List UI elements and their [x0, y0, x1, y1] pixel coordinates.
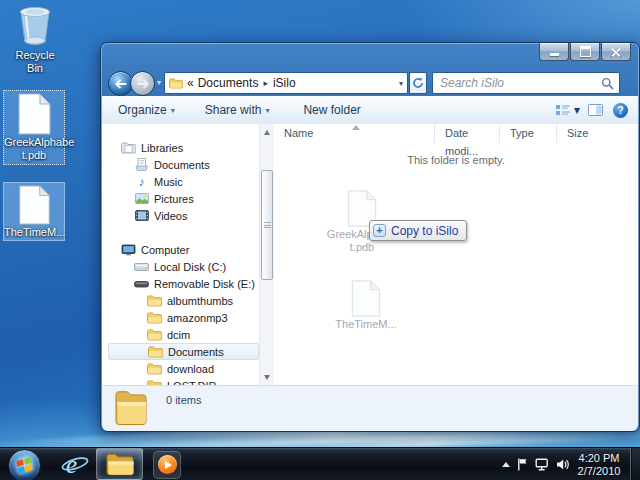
desktop: Recycle Bin GreekAlphabe t.pdb TheTimeM.… — [0, 0, 640, 480]
drag-drop-tooltip: Copy to iSilo — [369, 220, 467, 241]
column-headers: Name Date modi... Type Size — [274, 124, 638, 143]
minimize-icon — [550, 53, 559, 56]
sidebar-item-albumthumbs[interactable]: albumthumbs — [108, 292, 259, 309]
sidebar-item-label: Computer — [141, 244, 189, 256]
column-header-type[interactable]: Type — [499, 124, 556, 143]
sidebar-scrollbar[interactable] — [259, 124, 274, 385]
folder-icon — [147, 312, 162, 324]
sidebar-item-videos[interactable]: Videos — [108, 207, 259, 224]
play-icon — [165, 461, 172, 469]
desktop-icon-file-greekalphabet[interactable]: GreekAlphabe t.pdb — [3, 90, 65, 165]
documents-library-icon — [134, 158, 149, 171]
document-file-icon — [351, 280, 381, 317]
sidebar-item-documents-library[interactable]: Documents — [108, 156, 259, 173]
sidebar-item-removable-disk-e[interactable]: Removable Disk (E:) — [108, 275, 259, 292]
copy-plus-icon — [373, 224, 386, 237]
drag-ghost-item-thetimem: TheTimeM... — [316, 280, 416, 331]
maximize-button[interactable] — [570, 43, 600, 61]
taskbar-media-player-button[interactable] — [150, 448, 184, 480]
column-label: Date modi... — [445, 127, 478, 157]
drag-tooltip-label: Copy to iSilo — [391, 224, 458, 238]
sidebar-item-label: download — [167, 363, 214, 375]
folder-icon — [147, 363, 162, 375]
scrollbar-down-button[interactable] — [260, 370, 274, 384]
system-tray — [502, 448, 570, 480]
document-file-icon — [18, 93, 51, 135]
action-center-flag-icon[interactable] — [517, 458, 528, 471]
folder-icon — [147, 329, 162, 341]
sidebar-item-label: Local Disk (C:) — [154, 261, 226, 273]
taskbar-internet-explorer-button[interactable]: e — [58, 448, 92, 480]
start-button[interactable] — [8, 449, 41, 480]
recycle-bin-icon — [13, 4, 57, 48]
column-header-size[interactable]: Size — [556, 124, 621, 143]
forward-button-disabled[interactable] — [130, 71, 155, 96]
explorer-content: Libraries Documents Music Pictures — [102, 124, 638, 385]
new-folder-button[interactable]: New folder — [295, 100, 368, 120]
refresh-icon — [412, 77, 424, 89]
sidebar-item-pictures[interactable]: Pictures — [108, 190, 259, 207]
clock-date: 2/7/2010 — [578, 465, 621, 478]
clock-time: 4:20 PM — [579, 452, 620, 465]
volume-icon[interactable] — [556, 458, 570, 471]
preview-pane-icon — [588, 104, 603, 116]
taskbar-explorer-button-active[interactable] — [96, 448, 143, 480]
chevron-down-icon — [574, 103, 580, 117]
sidebar-item-libraries[interactable]: Libraries — [108, 139, 259, 156]
local-disk-icon — [134, 261, 149, 272]
sidebar-item-label: amazonmp3 — [167, 312, 228, 324]
sidebar-item-download[interactable]: download — [108, 360, 259, 377]
sidebar-item-amazonmp3[interactable]: amazonmp3 — [108, 309, 259, 326]
recent-pages-chevron-icon[interactable] — [157, 78, 161, 87]
navigation-bar: « Documents iSilo — [101, 67, 639, 99]
desktop-icon-label: Recycle Bin — [6, 49, 64, 75]
refresh-button[interactable] — [409, 72, 427, 94]
organize-button[interactable]: Organize — [110, 100, 183, 120]
show-desktop-button[interactable] — [630, 448, 640, 480]
help-button[interactable] — [613, 103, 628, 118]
breadcrumb-documents[interactable]: Documents — [198, 76, 259, 90]
sidebar-item-label: Documents — [168, 346, 224, 358]
column-label: Type — [510, 127, 534, 139]
search-icon[interactable] — [601, 77, 614, 90]
close-button[interactable] — [601, 43, 631, 61]
show-hidden-icons-button[interactable] — [502, 462, 510, 467]
taskbar-clock[interactable]: 4:20 PM 2/7/2010 — [572, 448, 626, 480]
column-header-name[interactable]: Name — [274, 124, 434, 143]
network-icon[interactable] — [535, 458, 549, 471]
window-caption-buttons — [538, 43, 631, 61]
organize-label: Organize — [118, 103, 167, 117]
sidebar-item-dcim[interactable]: dcim — [108, 326, 259, 343]
chevron-down-icon — [265, 106, 269, 115]
share-with-button[interactable]: Share with — [197, 100, 278, 120]
minimize-button[interactable] — [539, 43, 569, 61]
sidebar-item-music[interactable]: Music — [108, 173, 259, 190]
scrollbar-thumb[interactable] — [261, 170, 273, 280]
desktop-icon-recycle-bin[interactable]: Recycle Bin — [6, 4, 64, 75]
arrow-left-icon — [115, 79, 127, 89]
sidebar-item-local-disk-c[interactable]: Local Disk (C:) — [108, 258, 259, 275]
change-view-button[interactable] — [551, 100, 584, 120]
sidebar-item-lost-dir[interactable]: LOST.DIR — [108, 377, 259, 385]
column-header-date-modified[interactable]: Date modi... — [434, 124, 499, 143]
folder-icon — [147, 295, 162, 307]
breadcrumb-separator-icon[interactable] — [262, 78, 269, 88]
chevron-down-icon — [171, 106, 175, 115]
sidebar-item-documents-selected[interactable]: Documents — [108, 343, 259, 360]
preview-pane-button[interactable] — [584, 101, 607, 119]
search-input[interactable] — [438, 75, 601, 91]
address-dropdown-icon[interactable] — [399, 79, 403, 88]
breadcrumb-isilo[interactable]: iSilo — [273, 76, 296, 90]
desktop-icon-file-thetimem[interactable]: TheTimeM... — [3, 182, 65, 241]
address-bar[interactable]: « Documents iSilo — [164, 72, 408, 94]
breadcrumb-overflow[interactable]: « — [187, 76, 194, 90]
sidebar-item-computer[interactable]: Computer — [108, 241, 259, 258]
desktop-icon-label: GreekAlphabe — [4, 136, 64, 149]
drag-ghost-label: TheTimeM... — [316, 318, 416, 331]
search-box[interactable] — [432, 72, 620, 94]
scrollbar-up-button[interactable] — [260, 125, 274, 139]
sidebar-item-label: Videos — [154, 210, 187, 222]
sidebar-item-label: Documents — [154, 159, 210, 171]
details-pane: 0 items — [102, 385, 638, 431]
folder-icon — [148, 346, 163, 358]
